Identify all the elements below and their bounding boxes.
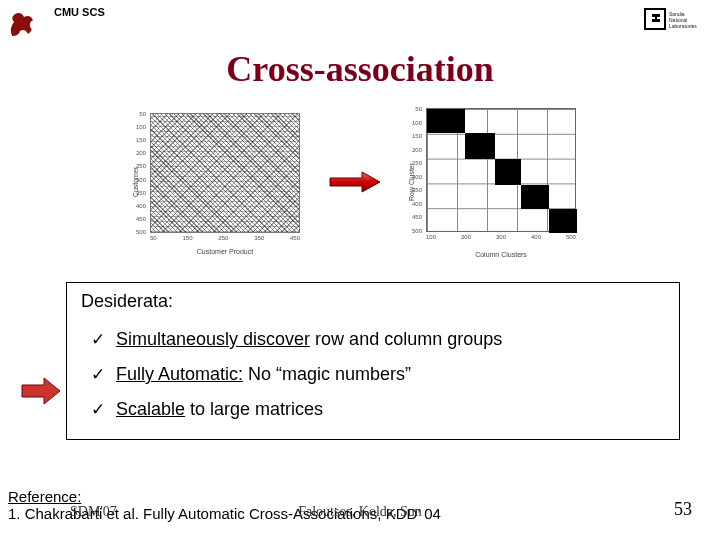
desiderata-item: ✓ Fully Automatic: No “magic numbers” bbox=[91, 357, 667, 392]
desiderata-list: ✓ Simultaneously discover row and column… bbox=[81, 322, 667, 427]
right-yticks: 50 100 150 200 250 300 350 400 450 500 bbox=[408, 106, 422, 234]
unsorted-matrix-figure: Customer 50 100 150 200 250 300 350 400 … bbox=[124, 107, 314, 257]
right-xticks: 100 200 300 400 500 bbox=[426, 234, 576, 240]
right-xlabel: Column Clusters bbox=[426, 251, 576, 258]
figure-row: Customer 50 100 150 200 250 300 350 400 … bbox=[0, 102, 720, 262]
left-matrix-plot bbox=[150, 113, 300, 233]
slide-title: Cross-association bbox=[0, 48, 720, 90]
footer-left: SDM'07 bbox=[70, 504, 117, 520]
slide-pointer-arrow-icon bbox=[20, 376, 62, 406]
clustered-matrix-figure: Row Cluster 50 100 150 200 250 300 350 4… bbox=[396, 102, 596, 262]
desiderata-heading: Desiderata: bbox=[81, 291, 667, 312]
footer-center: Faloutsos, Kolda, Sun bbox=[298, 504, 422, 520]
reference-heading: Reference: bbox=[8, 488, 81, 505]
desiderata-item: ✓ Simultaneously discover row and column… bbox=[91, 322, 667, 357]
page-number: 53 bbox=[674, 499, 692, 520]
check-icon: ✓ bbox=[91, 365, 105, 384]
svg-text:Laboratories: Laboratories bbox=[669, 23, 697, 29]
left-xlabel: Customer Product bbox=[150, 248, 300, 255]
cmu-griffin-icon bbox=[6, 8, 38, 40]
sandia-logo-icon: Sandia National Laboratories bbox=[644, 6, 706, 34]
header-left-label: CMU SCS bbox=[54, 6, 105, 18]
check-icon: ✓ bbox=[91, 330, 105, 349]
left-yticks: 50 100 150 200 250 300 350 400 450 500 bbox=[132, 111, 146, 235]
check-icon: ✓ bbox=[91, 400, 105, 419]
right-matrix-plot bbox=[426, 108, 576, 232]
left-xticks: 50 150 250 350 450 bbox=[150, 235, 300, 241]
transform-arrow-icon bbox=[328, 170, 382, 194]
desiderata-item: ✓ Scalable to large matrices bbox=[91, 392, 667, 427]
desiderata-box: Desiderata: ✓ Simultaneously discover ro… bbox=[66, 282, 680, 440]
slide-header: CMU SCS Sandia National Laboratories bbox=[0, 0, 720, 44]
